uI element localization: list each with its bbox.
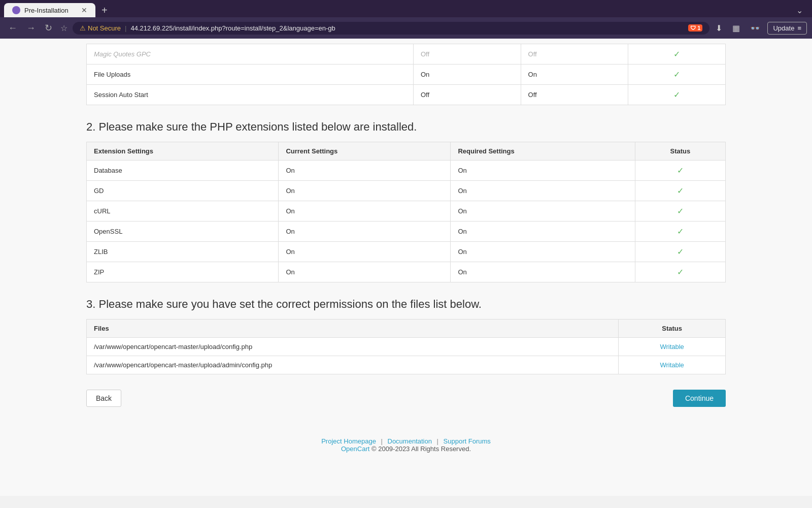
tab-more-button[interactable]: ⌄ [796, 6, 803, 15]
table-row: Database On On ✓ [87, 161, 726, 181]
check-icon: ✓ [677, 247, 684, 256]
download-button[interactable]: ⬇ [713, 21, 725, 35]
col-status: Status [619, 320, 726, 338]
check-icon: ✓ [677, 227, 684, 236]
check-icon: ✓ [677, 166, 684, 175]
button-row: Back Continue [86, 390, 726, 407]
writable-status: Writable [660, 361, 684, 369]
setting-name: Session Auto Start [87, 85, 414, 105]
col-status: Status [635, 142, 725, 161]
page-footer: Project Homepage | Documentation | Suppo… [0, 427, 812, 463]
update-menu-icon: ≡ [797, 24, 801, 32]
footer-divider2: | [437, 437, 438, 445]
navigation-bar: ← → ↻ ☆ ⚠ Not Secure | 44.212.69.225/ins… [0, 17, 812, 39]
current-value: On [413, 65, 521, 85]
file-path: /var/www/opencart/opencart-master/upload… [87, 356, 619, 374]
setting-name: Magic Quotes GPC [87, 44, 414, 65]
current-value: On [279, 161, 451, 181]
reload-button[interactable]: ↻ [42, 20, 55, 36]
table-row: OpenSSL On On ✓ [87, 221, 726, 242]
active-tab[interactable]: Pre-Installation ✕ [4, 3, 95, 17]
required-value: Off [521, 44, 628, 65]
php-settings-table-partial: Magic Quotes GPC Off Off ✓ File Uploads … [86, 44, 726, 105]
col-files: Files [87, 320, 619, 338]
status-cell: Writable [619, 338, 726, 356]
setting-name: File Uploads [87, 65, 414, 85]
new-tab-button[interactable]: + [97, 5, 112, 16]
current-value: On [279, 221, 451, 242]
extension-name: ZIP [87, 262, 279, 282]
table-row: /var/www/opencart/opencart-master/upload… [87, 338, 726, 356]
footer-copyright: OpenCart © 2009-2023 All Rights Reserved… [10, 445, 802, 453]
tab-title: Pre-Installation [24, 7, 69, 14]
extension-name: OpenSSL [87, 221, 279, 242]
warning-icon: ⚠ [80, 24, 86, 32]
update-label: Update [773, 24, 794, 32]
table-row: ZLIB On On ✓ [87, 242, 726, 262]
forward-button[interactable]: → [23, 21, 39, 36]
section2-heading: 2. Please make sure the PHP extensions l… [86, 120, 726, 134]
col-current: Current Settings [279, 142, 451, 161]
check-icon: ✓ [677, 268, 684, 276]
section3-heading: 3. Please make sure you have set the cor… [86, 298, 726, 311]
brave-shield-icon[interactable]: 🛡 1 [688, 24, 702, 31]
status-cell: ✓ [635, 242, 725, 262]
copyright-text: © 2009-2023 All Rights Reserved. [371, 445, 471, 453]
continue-button[interactable]: Continue [673, 390, 726, 407]
current-value: On [279, 242, 451, 262]
check-icon: ✓ [677, 207, 684, 215]
extensions-table: Extension Settings Current Settings Requ… [86, 142, 726, 282]
table-row: GD On On ✓ [87, 181, 726, 201]
project-homepage-link[interactable]: Project Homepage [321, 437, 376, 445]
required-value: On [451, 201, 635, 221]
table-header-row: Files Status [87, 320, 726, 338]
leo-button[interactable]: 👓 [747, 21, 763, 35]
status-cell: ✓ [635, 262, 725, 282]
table-row: File Uploads On On ✓ [87, 65, 726, 85]
browser-actions: ⬇ ▦ 👓 Update ≡ [713, 21, 807, 35]
status-cell: ✓ [635, 161, 725, 181]
browser-window: Pre-Installation ✕ + ⌄ ← → ↻ ☆ ⚠ Not Sec… [0, 0, 812, 39]
status-cell: ✓ [635, 221, 725, 242]
back-button[interactable]: ← [5, 21, 20, 36]
status-cell: ✓ [628, 85, 726, 105]
check-icon: ✓ [673, 70, 680, 79]
required-value: On [451, 242, 635, 262]
tab-favicon [12, 6, 20, 14]
table-row: Magic Quotes GPC Off Off ✓ [87, 44, 726, 65]
table-row: Session Auto Start Off Off ✓ [87, 85, 726, 105]
required-value: On [451, 161, 635, 181]
status-cell: ✓ [635, 201, 725, 221]
opencart-link[interactable]: OpenCart [341, 445, 369, 453]
address-bar[interactable]: ⚠ Not Secure | 44.212.69.225/install/ind… [73, 22, 709, 35]
sidebar-button[interactable]: ▦ [729, 21, 743, 35]
required-value: On [521, 65, 628, 85]
bookmark-button[interactable]: ☆ [58, 21, 70, 35]
extension-name: ZLIB [87, 242, 279, 262]
footer-links: Project Homepage | Documentation | Suppo… [10, 437, 802, 445]
content-area: Magic Quotes GPC Off Off ✓ File Uploads … [76, 39, 736, 427]
current-value: Off [413, 85, 521, 105]
file-path: /var/www/opencart/opencart-master/upload… [87, 338, 619, 356]
security-indicator: ⚠ Not Secure [80, 24, 121, 32]
check-icon: ✓ [673, 90, 680, 99]
footer-divider: | [381, 437, 382, 445]
check-icon: ✓ [677, 186, 684, 195]
required-value: On [451, 181, 635, 201]
tab-bar: Pre-Installation ✕ + ⌄ [0, 0, 812, 17]
writable-status: Writable [660, 343, 684, 351]
page-content: Magic Quotes GPC Off Off ✓ File Uploads … [0, 39, 812, 496]
col-extension: Extension Settings [87, 142, 279, 161]
documentation-link[interactable]: Documentation [388, 437, 432, 445]
tab-close-button[interactable]: ✕ [81, 6, 87, 14]
extension-name: Database [87, 161, 279, 181]
status-cell: ✓ [635, 181, 725, 201]
not-secure-label: Not Secure [88, 24, 121, 32]
back-button[interactable]: Back [86, 390, 121, 407]
table-header-row: Extension Settings Current Settings Requ… [87, 142, 726, 161]
support-forums-link[interactable]: Support Forums [444, 437, 491, 445]
update-button[interactable]: Update ≡ [767, 22, 807, 35]
table-row: cURL On On ✓ [87, 201, 726, 221]
col-required: Required Settings [451, 142, 635, 161]
status-cell: Writable [619, 356, 726, 374]
